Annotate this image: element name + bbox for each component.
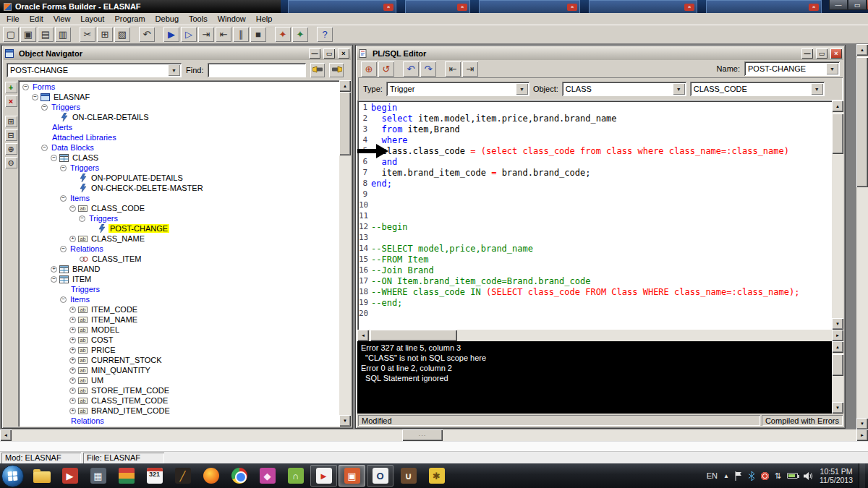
collapse-icon[interactable]: − [79, 215, 85, 222]
scrollbar-thumb[interactable] [856, 57, 868, 187]
tree-item-item[interactable]: −ITEM [20, 274, 339, 284]
scrollbar-thumb[interactable] [339, 92, 351, 155]
mdi-horizontal-scrollbar[interactable]: ◄ ··· ► [0, 429, 868, 441]
code-line[interactable]: 15--FROM Item [359, 254, 832, 265]
tree-item-class-item[interactable]: CLASS_ITEM [20, 254, 339, 264]
tree-item-on-check-delete-master[interactable]: ON-CHECK-DELETE-MASTER [20, 183, 339, 193]
window-minimize-button[interactable]: — [829, 0, 848, 10]
taskbar-oracle-home-icon[interactable]: O [367, 465, 393, 487]
taskbar-calculator-icon[interactable]: ▦ [85, 465, 111, 487]
expand-icon[interactable]: + [51, 266, 57, 273]
collapse-icon[interactable]: − [60, 195, 67, 202]
code-line[interactable]: 18--WHERE class_code IN (SELECT class_co… [359, 287, 832, 298]
new-icon[interactable]: ▢ [3, 27, 19, 42]
taskbar-media-player-icon[interactable]: ◆ [254, 465, 281, 487]
tree-item-price[interactable]: +abPRICE [20, 345, 339, 355]
run-form-icon[interactable]: ▶ [163, 27, 179, 42]
type-combobox[interactable]: Trigger ▼ [386, 82, 529, 96]
expand-icon[interactable]: + [69, 307, 76, 313]
collapse-icon[interactable]: − [60, 246, 67, 252]
taskbar-oracle-forms-icon[interactable]: ▣ [339, 465, 365, 487]
taskbar-downloader-icon[interactable]: ► [310, 465, 337, 487]
tree-item-data-blocks[interactable]: −Data Blocks [20, 142, 339, 153]
bluetooth-icon[interactable] [748, 471, 755, 481]
code-line[interactable]: 1begin [359, 103, 832, 114]
collapse-icon[interactable]: − [22, 84, 29, 90]
tree-item-class[interactable]: −CLASS [20, 153, 339, 163]
redo-icon[interactable]: ↷ [420, 61, 436, 77]
taskbar-java-icon[interactable]: ∪ [395, 465, 422, 487]
fragment-close-icon[interactable]: × [567, 4, 577, 11]
tree-item-current-stock[interactable]: +abCURRENT_STOCK [20, 355, 339, 365]
tree-item-brand[interactable]: +BRAND [20, 264, 339, 274]
tree-item-triggers[interactable]: −Triggers [20, 102, 339, 112]
code-line[interactable]: 8end; [359, 179, 832, 189]
revert-icon[interactable]: ↺ [378, 61, 394, 77]
tree-item-min-quantity[interactable]: +abMIN_QUANTITY [20, 365, 339, 375]
create-icon[interactable]: + [5, 82, 17, 93]
scrollbar-down-icon[interactable]: ▼ [856, 418, 868, 429]
tray-clock[interactable]: 10:51 PM 11/5/2013 [820, 467, 853, 484]
collapse-icon[interactable]: − [41, 145, 48, 151]
find-input[interactable] [208, 63, 306, 77]
expand-all-icon[interactable]: ⊕ [5, 143, 17, 155]
print-icon[interactable]: ▥ [55, 27, 71, 42]
combo-dropdown-icon[interactable]: ▼ [826, 63, 838, 74]
plsql-minimize-button[interactable]: — [801, 48, 813, 59]
code-horizontal-scrollbar[interactable]: ◄ ► [357, 330, 843, 341]
scrollbar-up-icon[interactable]: ▲ [856, 44, 868, 56]
menu-file[interactable]: File [1, 14, 25, 24]
run-form-debug-icon[interactable]: ▷ [181, 27, 197, 42]
collapse-icon[interactable]: ⊟ [5, 129, 17, 141]
combo-dropdown-icon[interactable]: ▼ [811, 83, 823, 95]
tree-item-on-clear-details[interactable]: ON-CLEAR-DETAILS [20, 112, 339, 122]
menu-program[interactable]: Program [109, 14, 150, 24]
scrollbar-track[interactable] [832, 112, 843, 318]
tree-item-class-name[interactable]: +abCLASS_NAME [20, 234, 339, 244]
combo-dropdown-icon[interactable]: ▼ [168, 64, 180, 76]
code-line[interactable]: 3 from item,Brand [359, 124, 832, 135]
collapse-icon[interactable]: − [32, 94, 38, 100]
find-next-icon[interactable] [310, 63, 325, 77]
scrollbar-down-icon[interactable]: ▼ [339, 415, 351, 427]
taskbar-reader-icon[interactable] [113, 465, 140, 487]
start-button[interactable] [1, 465, 24, 487]
taskbar-firefox-icon[interactable] [197, 465, 224, 487]
volume-icon[interactable] [804, 472, 814, 480]
collapse-all-icon[interactable]: ⊖ [5, 157, 17, 168]
trigger-name-combobox[interactable]: POST-CHANGE ▼ [744, 61, 840, 76]
code-line[interactable]: 19--end; [359, 298, 832, 309]
menu-help[interactable]: Help [251, 14, 278, 24]
tree-vertical-scrollbar[interactable]: ▲ ▼ [339, 80, 351, 427]
menu-layout[interactable]: Layout [75, 14, 109, 24]
navigator-close-button[interactable]: × [338, 48, 349, 59]
collapse-icon[interactable]: − [69, 205, 76, 212]
scrollbar-track[interactable] [832, 353, 843, 402]
errors-vertical-scrollbar[interactable]: ▲ ▼ [832, 341, 843, 414]
navigator-minimize-button[interactable]: — [309, 48, 320, 59]
tree-item-store-item-code[interactable]: +abSTORE_ITEM_CODE [20, 385, 339, 395]
combo-dropdown-icon[interactable]: ▼ [673, 83, 685, 95]
background-window-fragment[interactable]: × [288, 0, 396, 13]
tree-item-item-code[interactable]: +abITEM_CODE [20, 304, 339, 314]
pause-icon[interactable]: ∥ [233, 27, 249, 42]
mdi-vertical-scrollbar[interactable]: ▲ ▼ [856, 44, 868, 429]
data-block-wizard-icon[interactable]: ✦ [292, 27, 308, 42]
tree-item-items[interactable]: −Items [20, 294, 339, 304]
item-combobox[interactable]: CLASS_CODE ▼ [690, 82, 825, 96]
open-icon[interactable]: ▣ [20, 27, 36, 42]
compile-icon[interactable]: ⊕ [361, 61, 377, 77]
tree-item-elasnaf[interactable]: −ELASNAF [20, 92, 339, 102]
help-icon[interactable]: ? [317, 27, 333, 42]
find-previous-icon[interactable] [329, 63, 344, 77]
expand-icon[interactable]: + [69, 347, 76, 354]
menu-window[interactable]: Window [213, 14, 251, 24]
scrollbar-left-icon[interactable]: ◄ [0, 429, 12, 441]
expand-icon[interactable]: + [69, 367, 76, 374]
background-window-fragment[interactable]: × [479, 0, 580, 13]
scrollbar-right-icon[interactable]: ► [856, 429, 868, 441]
scrollbar-thumb[interactable]: ··· [402, 429, 443, 441]
error-line[interactable]: SQL Statement ignored [361, 373, 828, 383]
error-line[interactable]: "CLASS" is not in SQL scope here [361, 353, 828, 363]
code-line[interactable]: 13 [359, 233, 832, 244]
